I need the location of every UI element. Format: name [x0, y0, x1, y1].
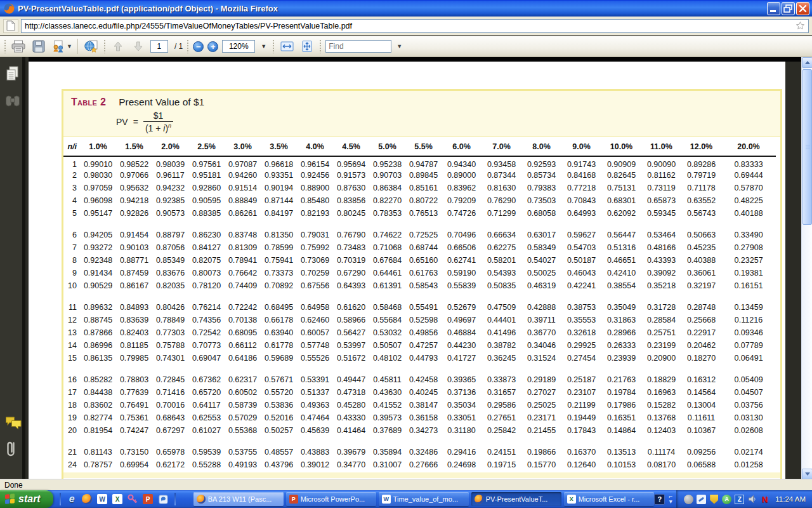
zoom-out-button[interactable]: −: [193, 41, 204, 52]
bookmark-star-icon[interactable]: [796, 21, 805, 30]
key-icon[interactable]: [128, 494, 138, 505]
zoom-dropdown-arrow[interactable]: ▼: [259, 40, 268, 53]
pv-factor-cell: 0.38782: [481, 339, 521, 352]
internet-explorer-icon[interactable]: e: [67, 494, 77, 505]
restore-button[interactable]: [782, 2, 795, 15]
pv-factor-cell: 0.46043: [561, 267, 601, 279]
pv-factor-cell: 0.79383: [521, 182, 561, 194]
pv-factor-cell: 0.17843: [561, 424, 601, 437]
tray-agent-icon[interactable]: [684, 495, 693, 504]
clock[interactable]: 11:24 AM: [775, 495, 806, 503]
pv-factor-cell: 0.53391: [297, 373, 333, 386]
pv-factor-cell: 0.39573: [369, 411, 405, 424]
attachments-panel-icon[interactable]: [5, 439, 18, 459]
taskbar-button[interactable]: PMicrosoft PowerPo...: [286, 492, 376, 506]
pv-factor-cell: 0.49697: [442, 314, 481, 326]
windows-flag-icon: [5, 493, 15, 505]
page-number-input[interactable]: [150, 40, 168, 53]
pages-panel-icon[interactable]: [5, 66, 20, 83]
zoom-level-value[interactable]: 120%: [222, 40, 255, 53]
pv-factor-cell: 0.86135: [80, 352, 116, 364]
tray-tools-icon[interactable]: [697, 495, 706, 504]
pv-factor-cell: 0.43796: [261, 458, 297, 471]
powerpoint-icon[interactable]: P: [143, 494, 154, 505]
close-button[interactable]: [796, 2, 809, 15]
scrollbar-thumb[interactable]: [802, 69, 812, 225]
pv-factor-cell: 0.25668: [681, 314, 721, 326]
save-button[interactable]: [30, 38, 47, 55]
firefox-quicklaunch-icon[interactable]: [82, 494, 93, 505]
tray-shield-icon[interactable]: [709, 495, 719, 504]
taskbar-button[interactable]: BA 213 W11 (Pasc...: [193, 492, 284, 506]
pv-factor-cell: 0.12640: [561, 458, 601, 471]
pv-factor-cell: 0.14864: [601, 424, 641, 437]
pv-factor-cell: 0.73373: [261, 267, 297, 279]
start-button[interactable]: start: [0, 490, 53, 508]
pv-factor-cell: 0.29189: [521, 373, 561, 386]
url-input[interactable]: [25, 22, 796, 30]
taskbar-button-label: Microsoft PowerPo...: [301, 495, 365, 503]
pv-factor-cell: 0.96618: [261, 156, 297, 169]
fit-width-button[interactable]: [278, 38, 295, 55]
taskbar-button[interactable]: XMicrosoft Excel - r...: [564, 492, 654, 506]
pv-factor-cell: 0.73483: [333, 241, 369, 254]
pv-factor-cell: 0.27651: [481, 411, 521, 424]
minimize-button[interactable]: [767, 2, 780, 15]
pv-factor-cell: 0.82403: [116, 326, 152, 339]
tray-antivirus-icon[interactable]: A: [722, 495, 731, 504]
scroll-down-button[interactable]: [802, 469, 812, 479]
share-online-button[interactable]: [83, 38, 100, 55]
previous-page-button[interactable]: [110, 38, 126, 55]
messenger-icon[interactable]: [158, 494, 169, 505]
hidden-icons-toggle[interactable]: ⌐▾: [669, 494, 672, 504]
page-top-shadow: [29, 57, 801, 62]
period-cell: 2: [63, 169, 80, 182]
print-button[interactable]: [10, 38, 27, 55]
pv-factor-cell: 0.82193: [297, 207, 333, 220]
word-icon[interactable]: W: [97, 494, 108, 505]
pv-factor-cell: 0.25025: [521, 399, 561, 411]
column-header: 12.0%: [681, 137, 721, 156]
pdf-navigation-panel: [0, 57, 25, 479]
zoom-in-button[interactable]: +: [207, 41, 218, 52]
collaborate-button[interactable]: ▼: [51, 38, 72, 55]
pv-factor-cell: 0.61620: [333, 301, 369, 314]
excel-icon[interactable]: X: [112, 494, 123, 505]
help-icon[interactable]: ?: [654, 494, 665, 505]
find-dropdown-arrow[interactable]: ▼: [396, 43, 402, 50]
taskbar-button[interactable]: PV-PresentValueT...: [471, 492, 561, 506]
pv-factor-cell: 0.81954: [80, 424, 116, 437]
tray-n-icon[interactable]: N: [760, 495, 769, 504]
tray-volume-icon[interactable]: [747, 495, 757, 504]
comments-panel-icon[interactable]: [5, 416, 22, 430]
binoculars-panel-icon[interactable]: [5, 94, 20, 108]
vertical-scrollbar[interactable]: [801, 57, 812, 479]
pv-factor-cell: 0.70319: [333, 254, 369, 267]
period-cell: 4: [63, 194, 80, 207]
table-row: 40.960980.942180.923850.905950.888490.87…: [63, 194, 776, 207]
pv-factor-cell: 0.68058: [521, 207, 561, 220]
next-page-button[interactable]: [130, 38, 147, 55]
fit-page-button[interactable]: [299, 38, 315, 55]
pv-factor-cell: 0.97087: [225, 156, 261, 169]
pv-factor-cell: 0.62741: [442, 254, 481, 267]
pv-factor-cell: 0.61778: [261, 339, 297, 352]
firefox-window: PV-PresentValueTable.pdf (application/pd…: [0, 0, 812, 508]
pv-factor-cell: 0.57029: [225, 411, 261, 424]
scroll-up-button[interactable]: [802, 57, 812, 68]
period-cell: 6: [63, 229, 80, 241]
pv-factor-cell: 0.09256: [681, 446, 721, 458]
pv-factor-cell: 0.01258: [721, 458, 776, 471]
column-header: 4.0%: [297, 137, 333, 156]
taskbar-button[interactable]: WTime_value_of_mo...: [379, 492, 469, 506]
period-cell: 1: [63, 156, 80, 169]
collaborate-dropdown-arrow[interactable]: ▼: [67, 43, 72, 50]
period-cell: 19: [63, 411, 80, 424]
pv-factor-cell: 0.35894: [369, 446, 405, 458]
pv-factor-cell: 0.10367: [681, 424, 721, 437]
pv-factor-cell: 0.36245: [481, 352, 521, 364]
find-input[interactable]: [329, 42, 388, 51]
pv-factor-cell: 0.80426: [152, 301, 188, 314]
tray-z-icon[interactable]: Z: [735, 495, 744, 504]
column-header: 1.0%: [80, 137, 116, 156]
